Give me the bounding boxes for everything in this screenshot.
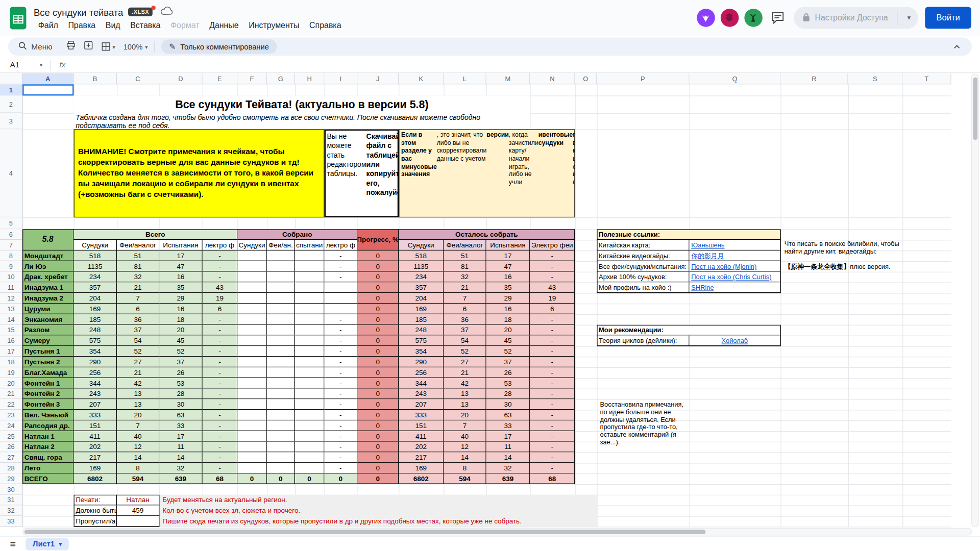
table-cell[interactable]: 33 [159, 420, 202, 431]
table-cell[interactable] [325, 304, 358, 314]
table-cell[interactable]: - [203, 378, 238, 389]
table-cell[interactable]: - [530, 367, 575, 378]
table-cell[interactable] [295, 261, 325, 272]
table-cell[interactable]: 256 [399, 367, 444, 378]
table-cell[interactable]: - [203, 453, 238, 463]
row-header-13[interactable]: 13 [0, 304, 22, 314]
table-cell[interactable]: 42 [117, 378, 159, 389]
table-cell[interactable]: 639 [486, 473, 530, 484]
table-cell[interactable] [237, 410, 267, 420]
zoom-select[interactable]: 100% ▾ [124, 42, 148, 51]
table-cell[interactable]: - [530, 453, 575, 463]
table-cell[interactable]: - [325, 453, 358, 463]
table-cell[interactable]: 32 [486, 463, 530, 473]
region-cell[interactable]: Натлан 2 [22, 442, 74, 453]
table-cell[interactable]: - [203, 357, 238, 367]
table-cell[interactable]: 13 [444, 399, 486, 410]
collapse-toolbar-icon[interactable] [953, 44, 964, 49]
table-cell[interactable]: 33 [486, 420, 530, 431]
table-cell[interactable]: 256 [74, 367, 116, 378]
table-cell[interactable]: 0 [357, 378, 399, 389]
table-cell[interactable]: 81 [117, 261, 159, 272]
table-cell[interactable] [295, 367, 325, 378]
table-cell[interactable]: - [203, 272, 238, 283]
seal-label[interactable]: Печати: [74, 495, 116, 506]
table-cell[interactable]: - [530, 272, 575, 283]
menu-Инструменты[interactable]: Инструменты [244, 19, 304, 31]
table-cell[interactable]: 63 [159, 410, 202, 420]
table-cell[interactable]: 52 [159, 346, 202, 357]
column-header-I[interactable]: I [325, 73, 358, 84]
table-cell[interactable]: - [325, 346, 358, 357]
table-cell[interactable]: 37 [444, 325, 486, 336]
table-cell[interactable]: 185 [399, 314, 444, 325]
version-cell[interactable]: 5.8 [22, 229, 74, 251]
row-header-19[interactable]: 19 [0, 367, 22, 378]
table-cell[interactable]: 6 [117, 304, 159, 314]
table-cell[interactable] [237, 378, 267, 389]
menu-Файл[interactable]: Файл [34, 19, 62, 31]
table-cell[interactable]: 344 [399, 378, 444, 389]
sheet-title[interactable]: Все сундуки Тейвата! (актуально в версии… [74, 95, 530, 113]
table-cell[interactable]: 357 [74, 282, 116, 293]
region-cell[interactable]: Пустыня 2 [22, 357, 74, 367]
table-cell[interactable] [295, 442, 325, 453]
print-icon[interactable] [66, 41, 76, 53]
table-cell[interactable] [295, 282, 325, 293]
region-cell[interactable]: Драк. хребет [22, 272, 74, 283]
link-label[interactable]: Все феи/сундуки/испытания: [597, 261, 689, 272]
table-cell[interactable]: - [325, 357, 358, 367]
table-cell[interactable]: 202 [74, 442, 116, 453]
table-cell[interactable]: - [203, 325, 238, 336]
table-cell[interactable] [237, 282, 267, 293]
row-header-18[interactable]: 18 [0, 357, 22, 367]
table-cell[interactable]: 30 [486, 399, 530, 410]
table-cell[interactable]: 12 [444, 442, 486, 453]
table-cell[interactable]: - [530, 399, 575, 410]
column-header-H[interactable]: H [295, 73, 325, 84]
table-cell[interactable]: 37 [159, 357, 202, 367]
link-label[interactable]: Китайские видеогайды: [597, 251, 689, 261]
table-cell[interactable]: - [530, 261, 575, 272]
table-cell[interactable]: 21 [117, 367, 159, 378]
table-cell[interactable]: 20 [486, 325, 530, 336]
table-cell[interactable]: 0 [357, 336, 399, 346]
table-cell[interactable]: 14 [159, 453, 202, 463]
seal-value[interactable] [117, 516, 159, 527]
row-header-16[interactable]: 16 [0, 336, 22, 346]
table-cell[interactable]: 21 [444, 282, 486, 293]
table-cell[interactable]: 0 [357, 282, 399, 293]
column-header-A[interactable]: A [22, 73, 74, 84]
table-cell[interactable] [237, 389, 267, 399]
table-cell[interactable]: - [530, 389, 575, 399]
table-cell[interactable]: - [325, 336, 358, 346]
table-cell[interactable]: 12 [117, 442, 159, 453]
table-cell[interactable]: 0 [357, 399, 399, 410]
table-cell[interactable]: - [325, 410, 358, 420]
table-cell[interactable]: - [325, 431, 358, 442]
region-cell[interactable]: Энканомия [22, 314, 74, 325]
table-cell[interactable]: 7 [117, 420, 159, 431]
table-cell[interactable]: 169 [399, 304, 444, 314]
table-cell[interactable]: 45 [159, 336, 202, 346]
table-cell[interactable]: - [530, 420, 575, 431]
external-link[interactable]: Пост на хойо (Mjonin) [690, 261, 781, 272]
seal-label[interactable]: Должно быть [74, 506, 116, 516]
menu-Справка[interactable]: Справка [305, 19, 346, 31]
table-cell[interactable]: 0 [357, 420, 399, 431]
section-header-remaining[interactable]: Осталось собрать [399, 229, 575, 240]
row-header-12[interactable]: 12 [0, 293, 22, 304]
table-cell[interactable]: - [203, 389, 238, 399]
table-cell[interactable]: - [203, 442, 238, 453]
row-header-20[interactable]: 20 [0, 378, 22, 389]
table-cell[interactable] [295, 389, 325, 399]
table-cell[interactable] [267, 367, 295, 378]
row-header-24[interactable]: 24 [0, 420, 22, 431]
table-cell[interactable]: 6802 [399, 473, 444, 484]
region-cell[interactable]: Фонтейн 3 [22, 399, 74, 410]
table-cell[interactable] [237, 357, 267, 367]
external-link[interactable]: SHRine [690, 282, 781, 293]
row-header-27[interactable]: 27 [0, 453, 22, 463]
table-cell[interactable] [267, 453, 295, 463]
table-cell[interactable]: 17 [159, 431, 202, 442]
